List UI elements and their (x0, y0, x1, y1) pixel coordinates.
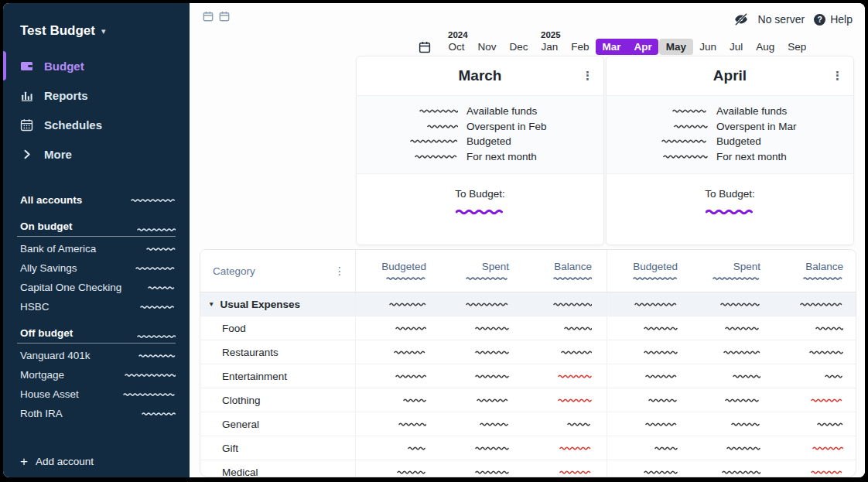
timeline-month-jan[interactable]: 2025Jan (535, 39, 565, 55)
sidebar-account-item[interactable]: Roth IRA (3, 404, 190, 423)
category-name-cell[interactable]: Food (200, 316, 355, 340)
show-one-month-button[interactable] (202, 10, 214, 22)
cell-spent[interactable] (690, 436, 773, 460)
cell-spent[interactable] (439, 460, 521, 477)
add-account-button[interactable]: + Add account (20, 455, 94, 468)
column-header-budgeted[interactable]: Budgeted (356, 250, 439, 292)
sidebar-account-item[interactable]: Ally Savings (3, 258, 190, 278)
column-header-spent[interactable]: Spent (439, 250, 521, 292)
cell-balance[interactable] (521, 436, 604, 460)
cell-spent[interactable] (439, 364, 521, 388)
timeline-month-apr[interactable]: Apr (627, 39, 658, 55)
cell-spent[interactable] (690, 460, 773, 477)
timeline-month-mar[interactable]: Mar (596, 39, 627, 55)
column-header-budgeted[interactable]: Budgeted (607, 250, 690, 292)
cell-spent[interactable] (690, 412, 773, 436)
accounts-section-header[interactable]: On budget (17, 220, 176, 237)
cell-balance[interactable] (773, 436, 856, 460)
cell-spent[interactable] (439, 388, 521, 412)
cell-balance[interactable] (521, 292, 604, 316)
cell-budgeted[interactable] (356, 436, 439, 460)
cell-budgeted[interactable] (356, 388, 439, 412)
cell-budgeted[interactable] (356, 292, 439, 316)
cell-balance[interactable] (773, 292, 856, 316)
privacy-toggle[interactable] (733, 12, 749, 27)
month-picker-button[interactable] (418, 40, 432, 54)
sidebar-item-reports[interactable]: Reports (3, 80, 190, 110)
timeline-month-jun[interactable]: Jun (693, 39, 723, 55)
category-menu-button[interactable]: ⋮ (334, 265, 345, 277)
sidebar-item-all-accounts[interactable]: All accounts (3, 190, 190, 210)
cell-budgeted[interactable] (607, 316, 690, 340)
to-budget-amount[interactable] (607, 208, 853, 216)
show-two-months-button[interactable] (218, 10, 231, 22)
sidebar-account-item[interactable]: Mortgage (3, 365, 190, 385)
cell-budgeted[interactable] (607, 388, 690, 412)
cell-balance[interactable] (773, 388, 856, 412)
cell-balance[interactable] (773, 340, 856, 364)
cell-budgeted[interactable] (356, 364, 439, 388)
column-header-balance[interactable]: Balance (521, 250, 604, 292)
cell-balance[interactable] (521, 460, 604, 477)
month-menu-button[interactable]: ⋮ (582, 69, 593, 83)
sidebar-account-item[interactable]: House Asset (3, 385, 190, 404)
timeline-month-feb[interactable]: Feb (565, 39, 596, 55)
column-header-spent[interactable]: Spent (690, 250, 773, 292)
sidebar-account-item[interactable]: Vanguard 401k (3, 346, 190, 365)
cell-balance[interactable] (521, 388, 604, 412)
timeline-month-may[interactable]: May (659, 39, 692, 55)
server-status-button[interactable]: No server (758, 13, 805, 26)
cell-balance[interactable] (521, 340, 604, 364)
to-budget-amount[interactable] (357, 208, 603, 216)
timeline-month-sep[interactable]: Sep (781, 39, 813, 55)
cell-spent[interactable] (690, 316, 773, 340)
category-name-cell[interactable]: Medical (200, 460, 355, 477)
sidebar-account-item[interactable]: Bank of America (3, 239, 190, 258)
sidebar-account-item[interactable]: Capital One Checking (3, 278, 190, 297)
cell-spent[interactable] (690, 340, 773, 364)
cell-spent[interactable] (439, 340, 521, 364)
cell-budgeted[interactable] (607, 412, 690, 436)
sidebar-account-item[interactable]: HSBC (3, 297, 190, 316)
category-name-cell[interactable]: Restaurants (200, 340, 355, 364)
cell-budgeted[interactable] (607, 460, 690, 477)
cell-budgeted[interactable] (356, 340, 439, 364)
month-menu-button[interactable]: ⋮ (832, 69, 843, 83)
timeline-month-jul[interactable]: Jul (723, 39, 749, 55)
accounts-section-header[interactable]: Off budget (17, 327, 176, 344)
category-name-cell[interactable]: Entertainment (200, 364, 355, 388)
cell-spent[interactable] (439, 292, 521, 316)
cell-budgeted[interactable] (607, 364, 690, 388)
cell-budgeted[interactable] (356, 316, 439, 340)
cell-balance[interactable] (773, 412, 856, 436)
cell-spent[interactable] (439, 436, 521, 460)
category-name-cell[interactable]: General (200, 412, 355, 436)
cell-balance[interactable] (521, 316, 604, 340)
help-button[interactable]: ? Help (814, 13, 853, 26)
cell-balance[interactable] (773, 460, 856, 477)
timeline-month-nov[interactable]: Nov (471, 39, 503, 55)
cell-budgeted[interactable] (607, 436, 690, 460)
category-name-cell[interactable]: Clothing (200, 388, 355, 412)
sidebar-item-schedules[interactable]: Schedules (3, 110, 190, 139)
column-header-balance[interactable]: Balance (773, 250, 856, 292)
category-name-cell[interactable]: Gift (200, 436, 355, 460)
sidebar-item-more[interactable]: More (3, 139, 190, 169)
cell-balance[interactable] (773, 364, 856, 388)
cell-balance[interactable] (773, 316, 856, 340)
cell-budgeted[interactable] (356, 460, 439, 477)
cell-budgeted[interactable] (356, 412, 439, 436)
cell-budgeted[interactable] (607, 292, 690, 316)
cell-spent[interactable] (439, 412, 521, 436)
timeline-month-aug[interactable]: Aug (750, 39, 781, 55)
budget-switcher[interactable]: Test Budget ▾ (20, 23, 190, 39)
cell-balance[interactable] (521, 412, 604, 436)
timeline-month-dec[interactable]: Dec (503, 39, 535, 55)
cell-spent[interactable] (690, 292, 773, 316)
cell-spent[interactable] (690, 388, 773, 412)
cell-budgeted[interactable] (607, 340, 690, 364)
timeline-month-oct[interactable]: 2024Oct (442, 39, 471, 55)
category-group-name-cell[interactable]: ▼Usual Expenses (200, 292, 355, 316)
cell-balance[interactable] (521, 364, 604, 388)
cell-spent[interactable] (690, 364, 773, 388)
